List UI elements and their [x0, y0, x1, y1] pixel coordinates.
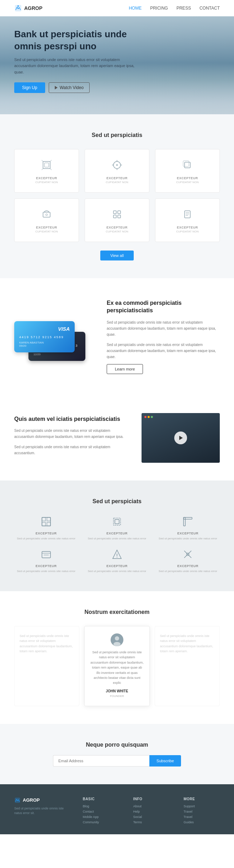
feature-icon-5	[180, 207, 195, 221]
service-desc-3: Sed ut perspiciatis unde omnis site natu…	[14, 569, 78, 573]
subscribe-title: Neque porro quisquam	[14, 742, 220, 748]
service-item-5: EXCEPTEUR Sed ut perspiciatis unde omnis…	[156, 548, 220, 573]
feature-icon-0	[39, 158, 54, 172]
svg-line-6	[42, 169, 43, 170]
footer-col-basic-title: BASIC	[83, 797, 119, 801]
footer-link-guides[interactable]: Guides	[184, 820, 220, 824]
features-section: Sed ut perspiciatis EXCEPTEUR CUPIDATAT …	[0, 114, 234, 278]
play-icon	[55, 86, 58, 89]
footer-link-social[interactable]: Social	[133, 815, 169, 819]
feature-label-4: EXCEPTEUR	[91, 226, 143, 229]
svg-rect-2	[43, 161, 50, 169]
footer-link-mobile-app[interactable]: Mobile App	[83, 815, 119, 819]
service-icon-5	[181, 548, 194, 561]
footer-link-travel[interactable]: Travel	[184, 810, 220, 813]
video-section: Quis autem vel iciatis perspiciatisciati…	[0, 395, 234, 480]
footer-brand: AGROP Sed ut perspiciatis unde omnis ist…	[14, 797, 69, 826]
testimonial-name-1: JOHN WHITE	[90, 688, 144, 694]
service-label-4: EXCEPTEUR	[85, 564, 149, 568]
subscribe-form: Subscribe	[53, 755, 181, 767]
subscribe-button[interactable]: Subscribe	[149, 755, 181, 767]
svg-line-4	[42, 160, 43, 161]
feature-desc-2: CUPIDATAT NON	[161, 181, 214, 184]
video-inner: Quis autem vel iciatis perspiciatisciati…	[14, 413, 220, 463]
testimonial-card-2: Sed ut perspiciatis unde omnis iste natu…	[155, 626, 220, 706]
cards-promo-section: VISA 4419 5712 9215 4589 KAREN ABASTIAN …	[0, 278, 234, 395]
features-title: Sed ut perspiciatis	[14, 132, 220, 138]
sign-up-button[interactable]: Sign Up	[14, 82, 45, 93]
testimonial-avatar-1	[111, 633, 123, 646]
feature-card-3: EXCEPTEUR CUPIDATAT NON	[14, 198, 79, 242]
svg-rect-18	[113, 211, 116, 214]
feature-card-0: EXCEPTEUR CUPIDATAT NON	[14, 149, 79, 193]
testimonials-section: Nostrum exercitationem Sed ut perspiciat…	[0, 591, 234, 724]
svg-rect-21	[118, 215, 121, 218]
feature-icon-3	[39, 207, 54, 221]
nav-link-contact[interactable]: CONTACT	[200, 6, 220, 11]
nav-link-pricing[interactable]: PRICING	[150, 6, 168, 11]
email-input[interactable]	[53, 755, 149, 767]
svg-point-45	[113, 642, 121, 646]
footer-link-support[interactable]: Support	[184, 804, 220, 808]
watch-video-button[interactable]: Watch Video	[49, 82, 90, 93]
footer: AGROP Sed ut perspiciatis unde omnis ist…	[0, 784, 234, 834]
service-item-3: EXCEPTEUR Sed ut perspiciatis unde omnis…	[14, 548, 78, 573]
nav-link-home[interactable]: HOME	[129, 6, 142, 11]
dot-yellow	[148, 416, 150, 418]
learn-more-button[interactable]: Learn more	[107, 364, 143, 374]
nav-link-press[interactable]: PRESS	[176, 6, 191, 11]
card-blue-expiry: 09/20	[19, 344, 70, 347]
cards-promo-title: Ex ea commodi perspiciatis perspiciatisc…	[107, 300, 220, 314]
dot-green	[151, 416, 153, 418]
video-play-button[interactable]	[174, 432, 187, 444]
testimonial-text-2: Sed ut perspiciatis unde omnis iste natu…	[160, 633, 214, 654]
service-desc-2: Sed ut perspiciatis unde omnis site natu…	[156, 537, 220, 541]
feature-desc-4: CUPIDATAT NON	[91, 230, 143, 233]
feature-label-0: EXCEPTEUR	[20, 176, 73, 180]
hero-section: Bank ut perspiciatis unde omnis pesrspi …	[0, 0, 234, 114]
service-desc-0: Sed ut perspiciatis unde omnis site natu…	[14, 537, 78, 541]
feature-icon-1	[110, 158, 124, 172]
footer-link-terms[interactable]: Terms	[133, 820, 169, 824]
visa-logo: VISA	[19, 326, 70, 332]
footer-link-about[interactable]: About	[133, 804, 169, 808]
subscribe-section: Neque porro quisquam Subscribe	[0, 724, 234, 784]
video-thumbnail[interactable]	[142, 413, 220, 463]
dot-red	[144, 416, 147, 418]
footer-link-travel2[interactable]: Travel	[184, 815, 220, 819]
service-icon-1	[111, 515, 123, 528]
cards-content: Ex ea commodi perspiciatis perspiciatisc…	[107, 300, 220, 374]
svg-rect-29	[42, 522, 46, 526]
svg-line-5	[50, 160, 52, 161]
service-item-2: EXCEPTEUR Sed ut perspiciatis unde omnis…	[156, 515, 220, 541]
feature-label-1: EXCEPTEUR	[91, 176, 143, 180]
footer-link-contact[interactable]: Contact	[83, 810, 119, 813]
svg-rect-15	[183, 161, 189, 166]
svg-rect-19	[118, 211, 121, 214]
testimonial-card-0: Sed ut perspiciatis unde omnis iste natu…	[14, 626, 79, 706]
svg-point-17	[46, 214, 48, 216]
feature-card-5: EXCEPTEUR CUPIDATAT NON	[155, 198, 220, 242]
cards-promo-text1: Sed ut perspiciatis unde omnis iste natu…	[107, 319, 220, 337]
feature-desc-3: CUPIDATAT NON	[20, 230, 73, 233]
footer-tagline: Sed ut perspiciatis unde omnis iste natu…	[14, 806, 69, 816]
cards-promo-text2: Sed ut perspiciatis unde omnis iste natu…	[107, 342, 220, 360]
service-desc-5: Sed ut perspiciatis unde omnis site natu…	[156, 569, 220, 573]
feature-card-2: EXCEPTEUR CUPIDATAT NON	[155, 149, 220, 193]
service-label-0: EXCEPTEUR	[14, 532, 78, 535]
hero-buttons: Sign Up Watch Video	[14, 82, 135, 93]
footer-link-help[interactable]: Help	[133, 810, 169, 813]
footer-col-more: MORE Support Travel Travel Guides	[184, 797, 220, 826]
testimonial-text-1: Sed ut perspiciatis unde omnis iste natu…	[90, 650, 144, 686]
card-blue: VISA 4419 5712 9215 4589 KAREN ABASTIAN …	[14, 321, 75, 352]
card-dark-expiry: 12/20	[33, 353, 80, 356]
video-play-icon	[179, 436, 183, 440]
service-item-1: EXCEPTEUR Sed ut perspiciatis unde omnis…	[85, 515, 149, 541]
service-icon-2	[181, 515, 194, 528]
footer-link-blog[interactable]: Blog	[83, 804, 119, 808]
view-all-button[interactable]: View all	[100, 251, 134, 260]
services-section: Sed ut perspiciats EXCEPTEUR Sed ut pers…	[0, 480, 234, 591]
svg-rect-3	[44, 163, 49, 167]
testimonials-title: Nostrum exercitationem	[14, 609, 220, 615]
footer-link-community[interactable]: Community	[83, 820, 119, 824]
